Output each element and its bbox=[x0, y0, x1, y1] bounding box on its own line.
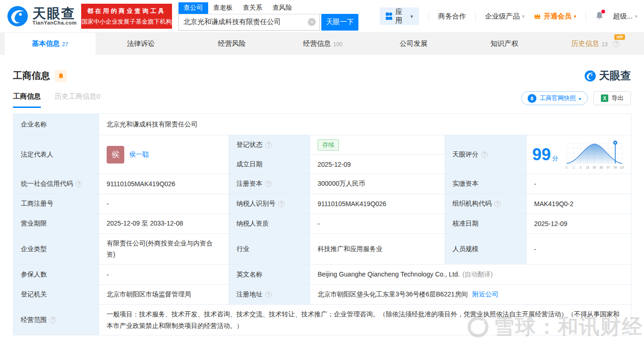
field-label-org-code: 组织机构代码? bbox=[445, 194, 527, 214]
nav-account[interactable]: 超级... ▾ bbox=[613, 12, 638, 21]
section-brand-watermark: 天眼查 bbox=[584, 69, 631, 83]
search-tab-company[interactable]: 查公司 bbox=[179, 2, 208, 14]
help-icon[interactable]: ? bbox=[278, 201, 285, 207]
search-tab-relation[interactable]: 查关系 bbox=[238, 2, 268, 14]
tab-basic-info[interactable]: 基本信息 27 bbox=[5, 33, 96, 55]
apps-menu-button[interactable]: 应用 ▾ bbox=[380, 7, 419, 25]
auto-translate-note: (自动翻译) bbox=[462, 271, 492, 278]
tab-label: 公司发展 bbox=[400, 39, 427, 48]
legal-rep-link[interactable]: 侯一聪 bbox=[129, 151, 149, 159]
notification-bell-button[interactable] bbox=[595, 11, 604, 21]
excel-icon: X bbox=[601, 94, 608, 102]
subtab-history-business-info[interactable]: 历史工商信息0 bbox=[55, 92, 100, 108]
nav-account-label: 超级... bbox=[613, 12, 633, 21]
field-label-company-type: 企业类型 bbox=[13, 234, 99, 264]
field-label-credit-code: 统一社会信用代码? bbox=[13, 174, 99, 194]
company-tab-bar: 基本信息 27 法律诉讼 经营风险 经营信息 100 公司发展 知识产权 VIP… bbox=[0, 32, 644, 55]
tianyancha-logo-icon bbox=[6, 5, 29, 27]
search-tab-risk[interactable]: 查风险 bbox=[268, 2, 297, 14]
help-icon[interactable]: ? bbox=[265, 291, 272, 298]
nav-cooperation[interactable]: 商务合作 bbox=[438, 12, 466, 21]
field-label-taxpayer-id: 纳税人识别号? bbox=[229, 194, 310, 214]
svg-text:100: 100 bbox=[620, 166, 624, 169]
field-value-reg-capital: 300000万人民币 bbox=[310, 174, 445, 194]
tab-label: 历史信息 bbox=[571, 39, 599, 48]
tab-company-development[interactable]: 公司发展 bbox=[368, 33, 459, 55]
search-button[interactable]: 天眼一下 bbox=[321, 14, 358, 31]
tab-business-info[interactable]: 经营信息 100 bbox=[277, 33, 368, 55]
stamp-icon bbox=[528, 94, 536, 103]
promo-banner: 都在用的商业查询工具 国家中小企业发展子基金旗下机构 bbox=[81, 4, 172, 29]
business-info-table: 企业名称 北京光和谦成科技有限责任公司 法定代表人 侯 侯一聪 登记状态? 存续… bbox=[13, 113, 631, 335]
field-value-taxpayer-id: 91110105MAK419Q026 bbox=[310, 194, 445, 214]
field-label-industry: 行业 bbox=[229, 234, 310, 264]
help-icon[interactable]: ? bbox=[265, 181, 272, 187]
tab-history-info[interactable]: VIP 历史信息 13 ? bbox=[550, 33, 641, 55]
tab-intellectual-property[interactable]: 知识产权 bbox=[459, 33, 550, 55]
field-value-staff-size: - bbox=[527, 234, 631, 264]
field-value-insured-count: - bbox=[99, 264, 229, 285]
tab-operation-risk[interactable]: 经营风险 bbox=[186, 33, 277, 55]
field-value-credit-code: 91110105MAK419Q026 bbox=[99, 174, 229, 194]
subtab-business-info[interactable]: 工商信息 bbox=[13, 92, 41, 108]
table-row: 统一社会信用代码? 91110105MAK419Q026 注册资本? 30000… bbox=[13, 174, 631, 194]
tab-label: 经营风险 bbox=[218, 39, 246, 48]
table-row: 经营范围? 一般项目：技术服务、技术开发、技术咨询、技术交流、技术转让、技术推广… bbox=[13, 305, 631, 335]
field-label-approval-date: 核准日期 bbox=[445, 214, 527, 234]
chevron-down-icon: ▾ bbox=[635, 13, 638, 19]
field-value-approval-date: 2025-12-09 bbox=[527, 214, 631, 234]
search-input[interactable] bbox=[184, 18, 308, 26]
tab-count: 13 bbox=[601, 41, 607, 48]
nav-enterprise[interactable]: 企业级产品 ▾ bbox=[485, 12, 525, 21]
tab-legal[interactable]: 法律诉讼 bbox=[96, 33, 186, 55]
brand-watermark-text: 天眼查 bbox=[599, 69, 631, 83]
official-snapshot-button[interactable]: 工商官网快照 ▸ bbox=[521, 91, 588, 105]
help-icon[interactable]: ? bbox=[481, 151, 488, 158]
field-value-company-type: 有限责任公司(外商投资企业与内资合资) bbox=[99, 234, 229, 264]
tianyancha-logo[interactable]: 天眼查 TianYanCha.com bbox=[6, 5, 77, 27]
help-icon[interactable]: ? bbox=[265, 142, 272, 148]
search-block: 查公司 查老板 查关系 查风险 × 天眼一下 bbox=[179, 2, 359, 31]
field-label-reg-status: 登记状态? bbox=[229, 135, 310, 155]
field-value-english-name: Beijing Guanghe Qiancheng Technology Co.… bbox=[310, 264, 631, 285]
page-title: 工商信息 bbox=[13, 69, 50, 82]
svg-text:85: 85 bbox=[599, 166, 603, 169]
nav-vip[interactable]: 开通会员 ▾ bbox=[534, 12, 576, 21]
search-input-wrap: × bbox=[179, 14, 320, 31]
apps-label: 应用 bbox=[395, 7, 408, 25]
field-value-paid-capital: - bbox=[527, 174, 631, 194]
snapshot-button-label: 工商官网快照 bbox=[540, 94, 576, 102]
help-icon[interactable]: ? bbox=[50, 317, 56, 323]
svg-text:50: 50 bbox=[593, 166, 596, 169]
field-value-business-term: 2025-12-09 至 2033-12-08 bbox=[99, 214, 229, 234]
table-row: 登记机关 北京市朝阳区市场监督管理局 注册地址? 北京市朝阳区垡头化工东里3号3… bbox=[13, 285, 631, 305]
field-label-reg-address: 注册地址? bbox=[229, 285, 310, 305]
section-title-wrap: 工商信息 bbox=[13, 69, 67, 82]
vip-badge: VIP bbox=[614, 34, 625, 40]
field-label-taxpayer-quality: 纳税人资质 bbox=[229, 214, 310, 234]
tianyancha-logo-icon bbox=[584, 70, 596, 82]
table-row: 企业类型 有限责任公司(外商投资企业与内资合资) 行业 科技推广和应用服务业 人… bbox=[13, 234, 631, 264]
field-value-business-scope: 一般项目：技术服务、技术开发、技术咨询、技术交流、技术转让、技术推广；企业管理咨… bbox=[99, 305, 631, 335]
clear-icon[interactable]: × bbox=[308, 18, 316, 26]
field-value-reg-number: - bbox=[99, 194, 229, 214]
bell-icon bbox=[58, 73, 64, 79]
help-icon[interactable]: ? bbox=[494, 201, 501, 207]
export-button[interactable]: X 导出 bbox=[593, 91, 631, 105]
avatar: 侯 bbox=[107, 146, 124, 164]
svg-text:0: 0 bbox=[566, 166, 567, 169]
nearby-companies-link[interactable]: 附近公司 bbox=[472, 290, 498, 298]
notification-dot bbox=[601, 10, 605, 13]
help-icon[interactable]: ? bbox=[76, 181, 82, 187]
tab-count: 100 bbox=[333, 41, 342, 48]
subscribe-bell-button[interactable] bbox=[55, 70, 67, 82]
search-tab-boss[interactable]: 查老板 bbox=[208, 2, 238, 14]
help-icon[interactable]: ? bbox=[613, 41, 619, 47]
table-row: 企业名称 北京光和谦成科技有限责任公司 bbox=[13, 114, 631, 135]
svg-text:97: 97 bbox=[606, 166, 610, 169]
field-value-org-code: MAK419Q0-2 bbox=[527, 194, 631, 214]
brand-domain: TianYanCha.com bbox=[32, 20, 77, 26]
field-value-legal-rep: 侯 侯一聪 bbox=[99, 135, 229, 174]
search-tabs: 查公司 查老板 查关系 查风险 bbox=[179, 2, 359, 14]
field-value-reg-address: 北京市朝阳区垡头化工东里3号36号楼6层B6221房间附近公司 bbox=[310, 285, 631, 305]
